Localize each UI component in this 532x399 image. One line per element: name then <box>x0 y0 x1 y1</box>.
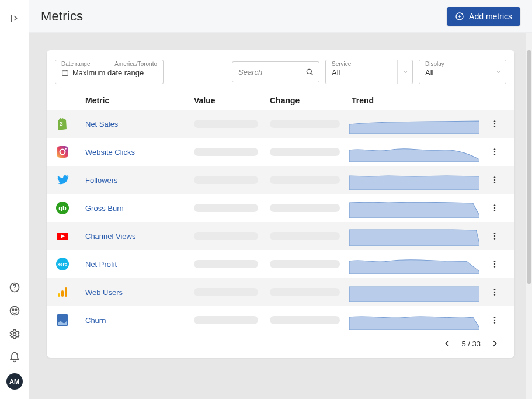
trend-sparkline <box>346 170 483 190</box>
svg-point-17 <box>494 123 495 124</box>
svg-point-40 <box>494 263 495 265</box>
service-select[interactable]: Service All <box>325 60 413 84</box>
row-menu-button[interactable] <box>483 119 506 129</box>
metric-link[interactable]: Web Users <box>85 288 194 297</box>
svg-point-41 <box>494 266 495 267</box>
svg-point-36 <box>494 238 495 239</box>
page-title: Metrics <box>41 9 83 24</box>
svg-point-34 <box>494 233 495 234</box>
value-skeleton <box>194 260 258 268</box>
table-row: qbGross Burn <box>47 194 514 222</box>
svg-point-31 <box>494 207 495 209</box>
metric-link[interactable]: Followers <box>85 176 194 185</box>
table-body: Net SalesWebsite ClicksFollowersqbGross … <box>47 110 514 334</box>
settings-icon[interactable] <box>7 327 22 342</box>
svg-point-35 <box>494 235 495 237</box>
svg-rect-19 <box>57 146 68 158</box>
date-range-picker[interactable]: Date range America/Toronto Maximum date … <box>55 60 164 84</box>
trend-sparkline <box>346 198 483 218</box>
chevron-down-icon <box>397 60 412 84</box>
bell-icon[interactable] <box>7 350 22 365</box>
svg-point-6 <box>13 333 16 336</box>
scrollbar[interactable] <box>526 33 532 399</box>
table-row: Channel Views <box>47 222 514 250</box>
metric-link[interactable]: Channel Views <box>85 232 194 241</box>
page-indicator: 5 / 33 <box>461 339 481 348</box>
svg-point-26 <box>494 179 495 181</box>
col-trend: Trend <box>346 96 483 105</box>
brand-icon <box>55 144 70 159</box>
prev-page-button[interactable] <box>443 339 452 348</box>
row-menu-button[interactable] <box>483 315 506 325</box>
change-skeleton <box>270 288 340 296</box>
svg-rect-44 <box>65 287 67 297</box>
metric-link[interactable]: Net Profit <box>85 260 194 269</box>
value-skeleton <box>194 120 258 128</box>
theme-icon[interactable] <box>7 303 22 318</box>
sidebar-toggle-button[interactable] <box>7 11 22 26</box>
svg-point-22 <box>494 148 495 150</box>
svg-point-2 <box>14 290 15 290</box>
chevron-down-icon <box>491 60 506 84</box>
svg-point-27 <box>494 182 495 183</box>
trend-sparkline <box>346 310 483 330</box>
filter-bar: Date range America/Toronto Maximum date … <box>47 56 514 90</box>
display-label: Display <box>425 61 489 67</box>
svg-point-14 <box>307 69 311 74</box>
date-range-label: Date range <box>61 61 90 67</box>
table-row: Followers <box>47 166 514 194</box>
svg-point-49 <box>494 317 495 318</box>
brand-icon <box>55 172 70 188</box>
svg-point-51 <box>494 322 495 323</box>
metric-link[interactable]: Gross Burn <box>85 204 194 213</box>
row-menu-button[interactable] <box>483 175 506 185</box>
table-row: Web Users <box>47 278 514 306</box>
change-skeleton <box>270 148 340 156</box>
row-menu-button[interactable] <box>483 231 506 241</box>
svg-rect-42 <box>58 293 60 297</box>
row-menu-button[interactable] <box>483 147 506 157</box>
change-skeleton <box>270 232 340 240</box>
search-input[interactable]: Search <box>232 61 319 82</box>
col-value: Value <box>194 96 270 105</box>
row-menu-button[interactable] <box>483 287 506 297</box>
row-menu-button[interactable] <box>483 203 506 213</box>
svg-point-47 <box>494 294 495 295</box>
left-rail: AM <box>0 0 29 399</box>
change-skeleton <box>270 120 340 128</box>
svg-line-15 <box>311 73 312 75</box>
table-row: xeroNet Profit <box>47 250 514 278</box>
metric-link[interactable]: Website Clicks <box>85 148 194 157</box>
display-select[interactable]: Display All <box>419 60 506 84</box>
svg-rect-43 <box>61 290 64 297</box>
search-icon <box>305 67 314 77</box>
value-skeleton <box>194 232 258 240</box>
col-metric: Metric <box>85 96 194 105</box>
svg-point-25 <box>494 176 495 178</box>
brand-icon <box>55 313 70 328</box>
svg-point-30 <box>494 204 495 206</box>
svg-text:xero: xero <box>58 262 68 267</box>
change-skeleton <box>270 176 340 184</box>
metric-link[interactable]: Churn <box>85 316 194 325</box>
brand-icon <box>55 228 70 244</box>
svg-rect-10 <box>62 71 68 76</box>
help-icon[interactable] <box>7 280 22 295</box>
brand-icon <box>55 284 70 300</box>
display-value: All <box>425 68 489 77</box>
svg-point-50 <box>494 320 495 321</box>
trend-sparkline <box>346 254 483 274</box>
row-menu-button[interactable] <box>483 259 506 269</box>
svg-point-24 <box>494 154 495 155</box>
value-skeleton <box>194 148 258 156</box>
metric-link[interactable]: Net Sales <box>85 120 194 129</box>
svg-point-32 <box>494 210 495 211</box>
calendar-icon <box>61 69 69 77</box>
page-header: Metrics Add metrics <box>29 0 532 33</box>
add-metrics-button[interactable]: Add metrics <box>447 7 520 26</box>
value-skeleton <box>194 204 258 212</box>
scrollbar-thumb[interactable] <box>527 50 531 284</box>
value-skeleton <box>194 176 258 184</box>
avatar[interactable]: AM <box>6 373 23 390</box>
next-page-button[interactable] <box>490 339 499 348</box>
